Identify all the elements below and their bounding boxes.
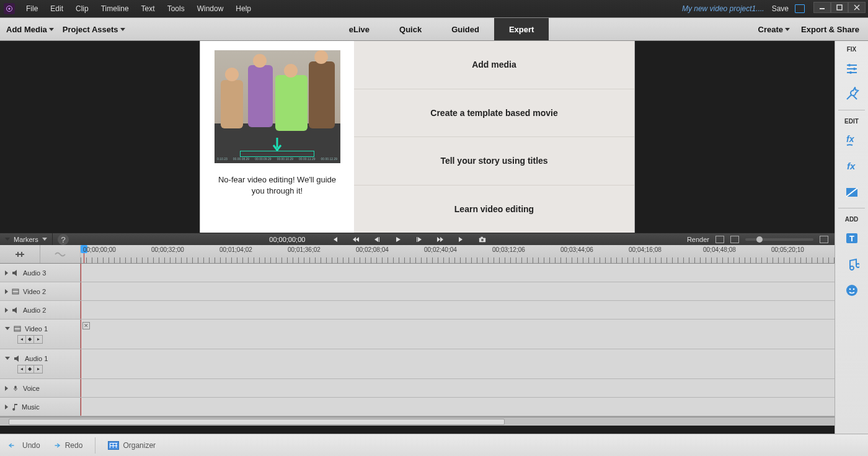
film-icon[interactable] — [14, 326, 21, 332]
music-icon[interactable] — [12, 403, 18, 411]
fullscreen-icon[interactable] — [795, 4, 805, 13]
markers-dropdown[interactable]: Markers — [0, 233, 53, 245]
menu-text[interactable]: Text — [135, 0, 161, 17]
titles-icon[interactable]: T — [841, 228, 863, 249]
svg-point-9 — [481, 238, 484, 241]
clip-placeholder-icon[interactable]: ✕ — [82, 322, 90, 329]
track-video1: Video 1 ◂◆▸ ✕ — [0, 320, 835, 349]
svg-text:T: T — [849, 234, 854, 243]
welcome-option-template[interactable]: Create a template based movie — [354, 89, 634, 138]
track-lane[interactable] — [81, 264, 835, 282]
next-edit-icon[interactable] — [436, 236, 444, 243]
menu-clip[interactable]: Clip — [69, 0, 95, 17]
monitor-stage: 0.10.2300.00.08.2900.00.09.2900.00.10.29… — [0, 41, 835, 233]
help-icon[interactable]: ? — [58, 234, 69, 245]
welcome-option-add-media[interactable]: Add media — [354, 41, 634, 89]
timeline-tool-a[interactable] — [0, 245, 40, 263]
frame-nav[interactable]: ◂◆▸ — [17, 365, 43, 373]
expand-icon[interactable] — [5, 289, 8, 294]
organizer-button[interactable]: Organizer — [108, 441, 156, 450]
collapse-icon[interactable] — [5, 357, 10, 360]
create-dropdown[interactable]: Create — [758, 25, 790, 34]
export-share-button[interactable]: Export & Share — [801, 25, 859, 34]
svg-point-18 — [853, 68, 856, 70]
menu-file[interactable]: File — [20, 0, 44, 17]
maximize-button[interactable] — [831, 2, 848, 13]
step-back-icon[interactable] — [373, 236, 381, 243]
rail-section-add: ADD — [845, 216, 859, 223]
menu-help[interactable]: Help — [229, 0, 257, 17]
rail-section-fix: FIX — [847, 46, 857, 53]
timeline-tool-b[interactable] — [40, 245, 81, 263]
welcome-option-titles[interactable]: Tell your story using titles — [354, 137, 634, 186]
mic-icon[interactable] — [12, 385, 19, 391]
track-audio3: Audio 3 — [0, 264, 835, 282]
track-video2: Video 2 — [0, 282, 835, 301]
timeline-zoom-slider[interactable] — [745, 238, 813, 241]
tab-elive[interactable]: eLive — [334, 18, 384, 40]
current-timecode: 00;00;00;00 — [269, 236, 305, 243]
track-lane[interactable] — [81, 379, 835, 397]
step-fwd-icon[interactable] — [415, 236, 423, 243]
minimize-button[interactable] — [813, 2, 831, 13]
add-media-dropdown[interactable]: Add Media — [6, 25, 54, 34]
menu-edit[interactable]: Edit — [44, 0, 69, 17]
tab-guided[interactable]: Guided — [436, 18, 494, 40]
status-bar: Undo Redo Organizer — [0, 434, 868, 456]
render-button[interactable]: Render — [687, 236, 709, 243]
collapse-icon[interactable] — [5, 327, 10, 330]
fullscreen-playback-icon[interactable] — [820, 236, 828, 243]
track-lane[interactable]: ✕ — [81, 320, 835, 349]
close-button[interactable] — [848, 2, 866, 13]
expand-icon[interactable] — [5, 308, 8, 313]
timeline-scrollbar[interactable] — [0, 417, 835, 426]
speaker-icon[interactable] — [12, 270, 19, 276]
track-lane[interactable] — [81, 398, 835, 416]
play-icon[interactable] — [394, 236, 402, 243]
menu-tools[interactable]: Tools — [161, 0, 191, 17]
snapshot-icon[interactable] — [479, 236, 486, 243]
safe-margins-icon[interactable] — [715, 236, 724, 243]
track-label: Video 2 — [23, 288, 46, 295]
tools-fix-icon[interactable] — [841, 84, 863, 105]
redo-button[interactable]: Redo — [50, 440, 83, 451]
speaker-icon[interactable] — [12, 307, 19, 313]
transitions-icon[interactable] — [841, 182, 863, 203]
adjust-icon[interactable] — [841, 58, 863, 79]
caret-down-icon — [42, 238, 47, 241]
goto-end-icon[interactable] — [458, 236, 465, 243]
frame-nav[interactable]: ◂◆▸ — [17, 335, 43, 344]
expand-icon[interactable] — [5, 270, 8, 275]
track-label: Audio 1 — [25, 355, 48, 362]
welcome-thumbnail: 0.10.2300.00.08.2900.00.09.2900.00.10.29… — [215, 50, 340, 163]
svg-rect-13 — [14, 326, 20, 331]
track-lane[interactable] — [81, 282, 835, 300]
graphics-icon[interactable] — [841, 280, 863, 301]
ruler-label: 00;01;04;02 — [219, 246, 252, 253]
undo-button[interactable]: Undo — [7, 440, 40, 451]
track-label: Music — [22, 403, 40, 411]
menu-timeline[interactable]: Timeline — [95, 0, 135, 17]
timeline-tracks: Audio 3 Video 2 Audio 2 Video 1 ◂◆▸ ✕ — [0, 264, 835, 417]
main-toolbar: Add Media Project Assets eLive Quick Gui… — [0, 17, 868, 41]
svg-point-1 — [9, 8, 11, 10]
fx-icon[interactable]: fx — [841, 156, 863, 177]
expand-icon[interactable] — [5, 386, 8, 391]
film-icon[interactable] — [12, 288, 19, 295]
welcome-option-learn[interactable]: Learn video editing — [354, 186, 634, 233]
track-lane[interactable] — [81, 301, 835, 319]
time-ruler[interactable]: 00;00;00;00 00;00;32;00 00;01;04;02 00;0… — [81, 245, 835, 263]
save-button[interactable]: Save — [772, 4, 789, 13]
playback-quality-icon[interactable] — [730, 236, 739, 243]
tab-expert[interactable]: Expert — [494, 18, 549, 40]
speaker-icon[interactable] — [14, 355, 21, 362]
menu-window[interactable]: Window — [191, 0, 230, 17]
tab-quick[interactable]: Quick — [384, 18, 436, 40]
music-add-icon[interactable] — [841, 254, 863, 275]
effects-icon[interactable]: fx — [841, 130, 863, 151]
project-assets-dropdown[interactable]: Project Assets — [63, 25, 125, 34]
goto-start-icon[interactable] — [331, 236, 339, 243]
track-lane[interactable] — [81, 349, 835, 378]
expand-icon[interactable] — [5, 405, 8, 409]
prev-edit-icon[interactable] — [352, 236, 360, 243]
